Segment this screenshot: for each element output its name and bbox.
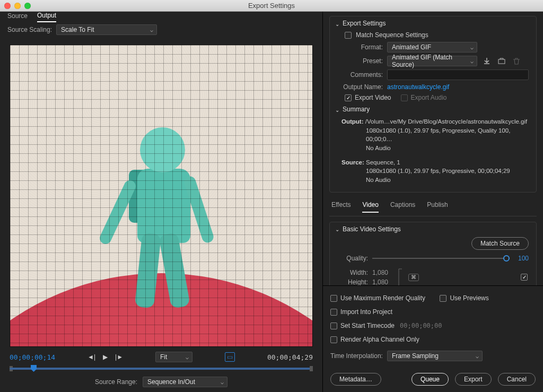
queue-button[interactable]: Queue — [411, 373, 449, 386]
max-render-quality-label: Use Maximum Render Quality — [340, 294, 425, 302]
tab-source[interactable]: Source — [7, 12, 28, 22]
source-scaling-value: Scale To Fit — [61, 26, 94, 33]
chevron-down-icon: ⌵ — [476, 353, 479, 359]
use-previews-checkbox[interactable] — [440, 295, 446, 302]
window-title: Export Settings — [0, 2, 543, 10]
comments-label: Comments: — [337, 71, 383, 79]
max-render-quality-checkbox[interactable] — [330, 295, 337, 302]
export-video-checkbox[interactable] — [345, 94, 352, 101]
output-name-label: Output Name: — [337, 83, 383, 91]
match-source-button[interactable]: Match Source — [471, 237, 529, 250]
step-back-icon[interactable]: ◄| — [87, 353, 95, 361]
time-interpolation-value: Frame Sampling — [392, 352, 439, 360]
export-audio-checkbox — [401, 94, 408, 101]
source-scaling-select[interactable]: Scale To Fit ⌵ — [56, 24, 157, 35]
use-previews-label: Use Previews — [450, 294, 488, 302]
disclosure-icon[interactable]: ⌄ — [335, 227, 339, 232]
export-video-label: Export Video — [355, 94, 391, 101]
export-footer: Use Maximum Render Quality Use Previews … — [323, 285, 543, 392]
summary-title: Summary — [343, 106, 370, 113]
preview-canvas[interactable] — [10, 45, 313, 347]
tab-publish[interactable]: Publish — [427, 201, 448, 213]
set-start-timecode-checkbox[interactable] — [330, 323, 337, 329]
chevron-down-icon: ⌵ — [470, 45, 474, 50]
import-into-project-checkbox[interactable] — [330, 309, 337, 316]
link-dimensions-toggle[interactable]: ⌘ — [408, 274, 419, 281]
settings-tabs: Effects Video Captions Publish — [329, 198, 537, 216]
disclosure-icon[interactable]: ⌄ — [335, 107, 339, 113]
link-dimensions-bracket — [396, 266, 408, 285]
tab-output[interactable]: Output — [37, 12, 56, 22]
source-range-value: Sequence In/Out — [147, 378, 195, 386]
total-timecode: 00;00;04;29 — [267, 353, 313, 361]
quality-slider[interactable] — [372, 254, 510, 263]
format-value: Animated GIF — [392, 43, 431, 51]
preview-zoom-select[interactable]: Fit ⌵ — [155, 352, 192, 362]
chevron-down-icon: ⌵ — [221, 379, 224, 385]
source-range-label: Source Range: — [95, 378, 137, 386]
timeline-scrubber[interactable] — [10, 366, 313, 371]
source-scaling-label: Source Scaling: — [7, 26, 52, 33]
height-label: Height: — [337, 278, 368, 285]
delete-preset-icon — [511, 56, 522, 66]
export-audio-label: Export Audio — [411, 94, 447, 101]
export-settings-title: Export Settings — [343, 20, 386, 27]
time-interpolation-select[interactable]: Frame Sampling ⌵ — [387, 351, 483, 361]
playhead[interactable] — [31, 365, 37, 372]
preset-label: Preset: — [337, 57, 383, 65]
source-range-select[interactable]: Sequence In/Out ⌵ — [143, 377, 227, 387]
match-sequence-checkbox[interactable] — [345, 32, 352, 39]
match-source-dimensions-checkbox[interactable] — [521, 274, 528, 281]
width-label: Width: — [337, 269, 368, 276]
preview-tabs: Source Output — [0, 12, 322, 22]
preset-value: Animated GIF (Match Source) — [392, 54, 470, 68]
cancel-button[interactable]: Cancel — [498, 373, 536, 386]
basic-video-title: Basic Video Settings — [343, 225, 401, 233]
time-interpolation-label: Time Interpolation: — [330, 352, 383, 360]
preview-grid-overlay — [10, 45, 312, 346]
export-settings-group: ⌄ Export Settings Match Sequence Setting… — [329, 16, 537, 193]
summary-block: Output: /Volum…ve/My Drive/Blog/Astrocyc… — [337, 117, 529, 185]
disclosure-icon[interactable]: ⌄ — [335, 21, 339, 27]
preview-zoom-value: Fit — [160, 353, 167, 361]
aspect-correction-icon[interactable]: ▭ — [225, 352, 235, 362]
tab-video[interactable]: Video — [362, 201, 378, 213]
basic-video-group: ⌄ Basic Video Settings Match Source Qual… — [329, 222, 537, 285]
comments-input[interactable] — [387, 69, 529, 80]
quality-label: Quality: — [337, 255, 368, 262]
width-field[interactable]: 1,080 — [372, 269, 396, 276]
import-into-project-label: Import Into Project — [340, 308, 392, 316]
window-titlebar: Export Settings — [0, 0, 543, 12]
chevron-down-icon: ⌵ — [186, 354, 189, 360]
render-alpha-checkbox[interactable] — [330, 336, 337, 343]
preset-select[interactable]: Animated GIF (Match Source) ⌵ — [387, 56, 477, 66]
metadata-button[interactable]: Metadata… — [330, 373, 381, 386]
set-start-timecode-label: Set Start Timecode — [340, 322, 395, 329]
import-preset-icon[interactable] — [496, 56, 507, 66]
export-button[interactable]: Export — [455, 373, 492, 386]
tab-captions[interactable]: Captions — [390, 201, 415, 213]
svg-rect-0 — [498, 59, 505, 64]
current-timecode[interactable]: 00;00;00;14 — [10, 353, 55, 361]
start-timecode-field[interactable]: 00;00;00;00 — [400, 322, 442, 329]
chevron-down-icon: ⌵ — [150, 27, 153, 33]
play-icon[interactable]: ▶ — [103, 353, 108, 361]
save-preset-icon[interactable] — [481, 56, 492, 66]
step-forward-icon[interactable]: |► — [115, 353, 123, 361]
tab-effects[interactable]: Effects — [331, 201, 351, 213]
output-name-link[interactable]: astronautwalkcycle.gif — [387, 83, 449, 91]
format-label: Format: — [337, 43, 383, 51]
height-field[interactable]: 1,080 — [372, 278, 396, 285]
render-alpha-label: Render Alpha Channel Only — [340, 336, 419, 343]
chevron-down-icon: ⌵ — [470, 58, 474, 64]
format-select[interactable]: Animated GIF ⌵ — [387, 42, 477, 53]
quality-value[interactable]: 100 — [514, 255, 529, 262]
match-sequence-label: Match Sequence Settings — [356, 31, 428, 39]
